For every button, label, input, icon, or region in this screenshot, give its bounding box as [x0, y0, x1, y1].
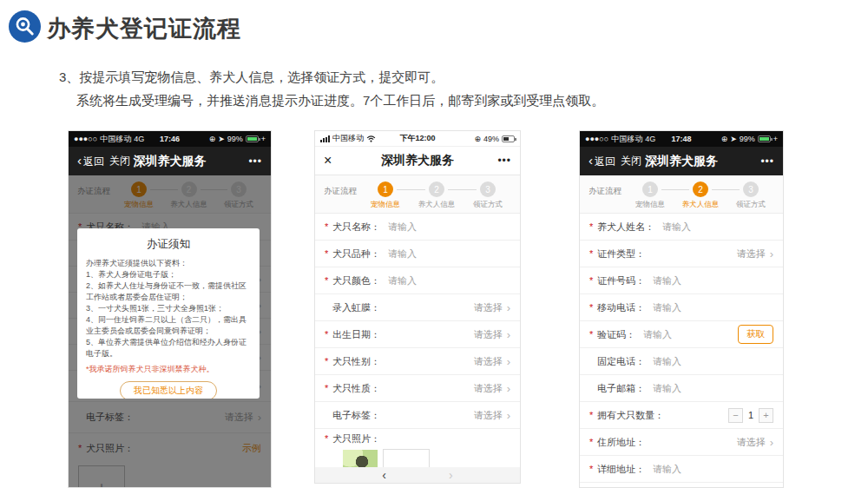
status-bar: ●●●○○ 中国移动 4G 17:48 ⊕ ➤ 99% +: [580, 131, 783, 147]
chevron-right-icon: ›: [507, 328, 510, 341]
stepper-plus-button[interactable]: +: [759, 408, 773, 423]
battery-icon: [758, 135, 771, 142]
select-value[interactable]: 请选择: [737, 436, 766, 449]
nav-bar: ‹返回 关闭 深圳养犬服务 •••: [580, 147, 783, 175]
nav-bar: × 深圳养犬服务 •••: [315, 147, 520, 175]
field-id-number: * 证件号码： 请输入: [580, 267, 783, 294]
step-owner-info: 2 养犬人信息: [677, 181, 724, 210]
acknowledge-button[interactable]: 我已知悉以上内容: [120, 381, 217, 399]
field-landline: 固定电话： 请输入: [580, 348, 783, 375]
select-value[interactable]: 请选择: [474, 355, 503, 368]
nav-title: 深圳养犬服务: [315, 153, 520, 168]
field-detail-address: * 详细地址： 请输入: [580, 456, 783, 483]
phone-screenshot-3: ●●●○○ 中国移动 4G 17:48 ⊕ ➤ 99% + ‹返回 关闭 深圳养…: [579, 130, 784, 488]
select-value[interactable]: 请选择: [474, 328, 503, 341]
chevron-right-icon: ›: [507, 382, 510, 395]
close-button[interactable]: 关闭: [109, 154, 130, 168]
stepper-value: 1: [746, 410, 755, 420]
signal-icon: ●●●○○: [585, 135, 608, 143]
step-cert-method: 3 领证方式: [464, 181, 511, 210]
field-dog-photo: * 犬只照片：: [315, 429, 520, 448]
modal-line: 1、养犬人身份证电子版；: [86, 269, 251, 280]
network-label: 4G: [134, 135, 144, 143]
magnifier-icon: [9, 10, 41, 43]
back-button[interactable]: ‹返回: [589, 153, 615, 169]
progress-label: 办证流程: [589, 186, 627, 197]
field-dog-color: * 犬只颜色： 请输入: [315, 267, 520, 294]
status-bar: 中国移动 下午12:00 ⊕ 49%: [315, 131, 520, 147]
text-input[interactable]: 请输入: [643, 328, 672, 341]
modal-title: 办证须知: [86, 237, 251, 252]
select-value[interactable]: 请选择: [474, 382, 503, 395]
text-input[interactable]: 请输入: [653, 382, 681, 395]
battery-icon: [246, 135, 259, 142]
field-email: 电子邮箱： 请输入: [580, 375, 783, 402]
quantity-stepper: − 1 +: [728, 408, 773, 423]
close-button[interactable]: ×: [324, 153, 332, 168]
instruction-detail-line: 系统将生成受理编号，并推送消息提示办证进度。7个工作日后，邮寄到家或到受理点领取…: [76, 93, 604, 109]
get-code-button[interactable]: 获取: [738, 325, 773, 344]
back-chevron-icon: ‹: [589, 153, 593, 168]
network-label: 4G: [645, 135, 655, 143]
text-input[interactable]: 请输入: [662, 221, 691, 234]
chevron-right-icon: ›: [770, 247, 773, 260]
field-id-type: * 证件类型： 请选择 ›: [580, 241, 783, 267]
progress-steps: 办证流程 1 宠物信息 2 养犬人信息 3 领证方式: [580, 175, 783, 214]
field-electronic-tag: 电子标签： 请选择 ›: [315, 402, 520, 429]
signal-icon: [320, 135, 330, 142]
text-input[interactable]: 请输入: [653, 355, 681, 368]
text-input[interactable]: 请输入: [653, 463, 681, 476]
text-input[interactable]: 请输入: [388, 221, 417, 234]
chevron-right-icon: ›: [507, 355, 510, 368]
progress-steps: 办证流程 1 宠物信息 2 养犬人信息 3 领证方式: [315, 175, 520, 214]
back-button[interactable]: ‹返回: [77, 153, 104, 169]
stepper-minus-button[interactable]: −: [728, 408, 743, 423]
field-iris-entry: 录入虹膜： 请选择 ›: [315, 294, 520, 321]
text-input[interactable]: 请输入: [653, 301, 681, 314]
carrier-label: 中国移动: [100, 134, 131, 145]
modal-line: 3、一寸犬头照1张，三寸犬全身照1张；: [86, 303, 251, 314]
more-menu-button[interactable]: •••: [497, 155, 511, 167]
carrier-label: 中国移动: [332, 133, 364, 144]
select-value[interactable]: 请选择: [737, 247, 766, 260]
modal-line: 5、单位养犬需提供单位介绍信和经办人身份证电子版。: [86, 337, 251, 359]
carrier-label: 中国移动: [611, 134, 642, 145]
field-dog-sex: * 犬只性别： 请选择 ›: [315, 348, 520, 375]
field-verify-code: * 验证码： 请输入 获取: [580, 321, 783, 348]
text-input[interactable]: 请输入: [653, 274, 681, 287]
text-input[interactable]: 请输入: [388, 247, 417, 260]
field-dog-name: * 犬只名称： 请输入: [315, 214, 520, 241]
chevron-right-icon: ›: [770, 436, 773, 449]
modal-promise-note: *我承诺所饲养犬只非深圳禁养犬种。: [86, 364, 251, 375]
more-menu-button[interactable]: •••: [760, 155, 774, 168]
modal-line: 2、如养犬人住址与身份证不一致，需提供社区工作站或者居委会居住证明；: [86, 280, 251, 303]
next-page-button[interactable]: ›: [449, 468, 453, 482]
modal-line: 办理养犬证须提供以下资料：: [86, 258, 251, 269]
phone-screenshot-2: 中国移动 下午12:00 ⊕ 49% × 深圳养犬服务 ••• 办证流程: [314, 130, 521, 484]
nav-bar: ‹返回 关闭 深圳养犬服务 •••: [69, 147, 271, 175]
instruction-step-line: 3、按提示填写宠物信息、养犬人信息，选择领证方式，提交即可。: [59, 69, 444, 86]
text-input[interactable]: 请输入: [388, 274, 417, 287]
field-birth-date: * 出生日期： 请选择 ›: [315, 321, 520, 348]
step-owner-info: 2 养犬人信息: [413, 181, 460, 210]
status-bar: ●●●○○ 中国移动 4G 17:46 ⊕ ➤ 99% +: [69, 131, 271, 147]
page-title: 办养犬登记证流程: [47, 13, 241, 44]
field-residence-address: * 住所地址： 请选择 ›: [580, 429, 783, 456]
select-value[interactable]: 请选择: [474, 301, 503, 314]
signal-icon: ●●●○○: [74, 135, 97, 143]
field-owner-name: * 养犬人姓名： 请输入: [580, 214, 783, 241]
field-mobile-phone: * 移动电话： 请输入: [580, 294, 783, 321]
field-dog-breed: * 犬只品种： 请输入: [315, 241, 520, 267]
chevron-right-icon: ›: [507, 409, 510, 422]
more-menu-button[interactable]: •••: [248, 155, 262, 168]
field-dog-count: * 拥有犬只数量： − 1 +: [580, 402, 783, 429]
tutorial-page: 办养犬登记证流程 3、按提示填写宠物信息、养犬人信息，选择领证方式，提交即可。 …: [0, 0, 868, 488]
close-button[interactable]: 关闭: [621, 154, 641, 168]
wifi-icon: [366, 135, 376, 142]
prev-page-button[interactable]: ‹: [382, 468, 386, 482]
progress-label: 办证流程: [324, 186, 362, 197]
step-pet-info: 1 宠物信息: [627, 181, 674, 210]
select-value[interactable]: 请选择: [474, 409, 503, 422]
notice-modal: 办证须知 办理养犬证须提供以下资料： 1、养犬人身份证电子版； 2、如养犬人住址…: [77, 228, 260, 399]
chevron-right-icon: ›: [507, 301, 510, 314]
